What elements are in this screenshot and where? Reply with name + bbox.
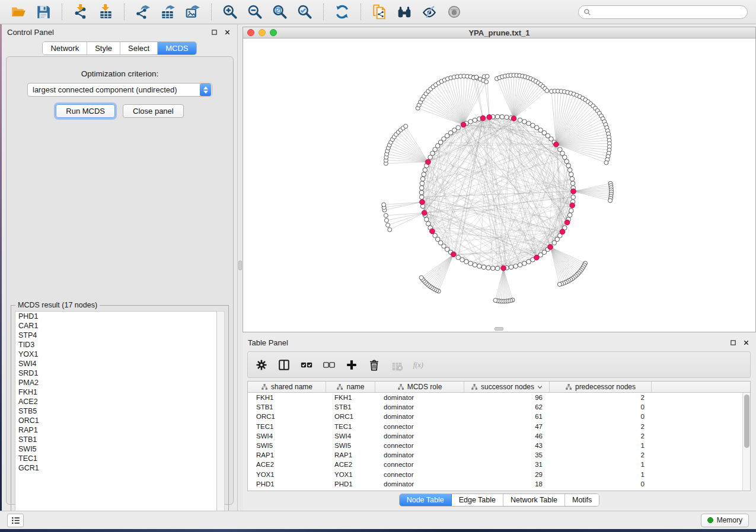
dominator-node[interactable] — [422, 210, 427, 216]
leaf-node[interactable] — [419, 275, 423, 280]
dominator-node[interactable] — [554, 142, 559, 147]
ring-node[interactable] — [481, 265, 486, 270]
ring-node[interactable] — [477, 264, 482, 268]
mcds-result-item[interactable]: STP4 — [15, 331, 216, 340]
close-panel-icon[interactable] — [222, 27, 232, 37]
ring-node[interactable] — [571, 195, 576, 200]
search-input[interactable] — [594, 8, 742, 16]
dominator-node[interactable] — [548, 245, 553, 250]
dominator-node[interactable] — [451, 252, 457, 257]
mcds-result-item[interactable]: ACE2 — [15, 397, 216, 406]
ring-node[interactable] — [527, 121, 531, 126]
leaf-node[interactable] — [604, 161, 608, 165]
ring-node[interactable] — [527, 259, 531, 264]
optimization-criterion-select[interactable]: largest connected component (undirected) — [27, 83, 212, 97]
fit-content-button[interactable] — [271, 3, 289, 21]
tab-network[interactable]: Network — [43, 42, 87, 55]
ring-node[interactable] — [522, 261, 527, 266]
ring-node[interactable] — [518, 262, 522, 267]
tab-select[interactable]: Select — [120, 42, 158, 55]
table-row[interactable]: STB1STB1dominator620 — [248, 402, 750, 412]
ring-node[interactable] — [426, 222, 430, 226]
ring-node[interactable] — [473, 262, 477, 267]
split-panel-button[interactable] — [276, 357, 292, 373]
tab-motifs[interactable]: Motifs — [565, 494, 599, 506]
ring-node[interactable] — [486, 265, 491, 270]
table-row[interactable]: SWI5SWI5connector431 — [248, 441, 750, 450]
import-network-button[interactable] — [72, 3, 90, 21]
mcds-result-item[interactable]: STB1 — [15, 435, 216, 444]
leaf-node[interactable] — [384, 213, 388, 217]
tab-network-table[interactable]: Network Table — [503, 494, 565, 506]
mcds-result-item[interactable]: PMA2 — [15, 378, 216, 387]
vertical-splitter[interactable] — [238, 24, 243, 511]
ring-node[interactable] — [419, 185, 424, 190]
ring-node[interactable] — [456, 126, 461, 130]
save-session-button[interactable] — [34, 3, 52, 21]
ring-node[interactable] — [564, 159, 569, 164]
ring-node[interactable] — [513, 264, 518, 268]
ring-node[interactable] — [468, 261, 473, 266]
ring-node[interactable] — [490, 266, 495, 271]
mcds-result-list[interactable]: PHD1CAR1STP4TID3YOX1SWI4SRD1PMA2FKH1ACE2… — [15, 311, 217, 521]
ring-node[interactable] — [563, 155, 567, 160]
mcds-result-item[interactable]: SRD1 — [15, 368, 216, 378]
mcds-result-item[interactable]: SWI5 — [15, 444, 216, 454]
ring-node[interactable] — [522, 120, 527, 124]
tab-style[interactable]: Style — [87, 42, 120, 55]
dominator-node[interactable] — [564, 220, 570, 225]
toggle-graphics-details-button[interactable] — [445, 3, 463, 21]
dominator-node[interactable] — [480, 116, 486, 121]
mcds-result-item[interactable]: GCR1 — [15, 463, 216, 473]
mcds-result-item[interactable]: ORC1 — [15, 416, 216, 425]
network-window-titlebar[interactable]: YPA_prune.txt_1 — [243, 27, 755, 39]
network-graph[interactable] — [243, 39, 755, 332]
network-canvas[interactable] — [243, 39, 755, 332]
column-header-predecessor-nodes[interactable]: predecessor nodes — [550, 382, 652, 392]
ring-node[interactable] — [567, 168, 572, 172]
task-history-button[interactable] — [7, 514, 24, 527]
leaf-node[interactable] — [608, 198, 613, 203]
table-row[interactable]: FKH1FKH1dominator962 — [248, 393, 750, 402]
vertical-splitter-grip[interactable] — [238, 261, 242, 270]
ring-node[interactable] — [505, 115, 509, 120]
ring-node[interactable] — [419, 190, 424, 195]
dominator-node[interactable] — [571, 189, 576, 194]
column-header-shared-name[interactable]: shared name — [248, 382, 326, 392]
refresh-view-button[interactable] — [333, 3, 351, 21]
dominator-node[interactable] — [560, 229, 565, 235]
export-table-button[interactable] — [159, 3, 177, 21]
mcds-result-scrollbar[interactable] — [217, 311, 225, 521]
mcds-result-item[interactable]: TID3 — [15, 340, 216, 350]
float-panel-icon[interactable] — [209, 27, 219, 37]
add-column-button[interactable] — [344, 357, 359, 373]
dominator-node[interactable] — [426, 159, 431, 165]
column-header-successor-nodes[interactable]: successor nodes — [464, 382, 550, 392]
table-row[interactable]: YOX1YOX1connector291 — [248, 470, 750, 479]
ring-node[interactable] — [495, 114, 500, 119]
column-header-name[interactable]: name — [326, 382, 375, 392]
ring-node[interactable] — [420, 177, 425, 181]
close-panel-button[interactable]: Close panel — [123, 104, 184, 118]
mcds-result-item[interactable]: CAR1 — [15, 321, 216, 331]
ring-node[interactable] — [566, 164, 571, 168]
dominator-node[interactable] — [487, 114, 492, 120]
table-row[interactable]: ACE2ACE2connector311 — [248, 460, 750, 469]
ring-node[interactable] — [433, 233, 438, 238]
mcds-result-item[interactable]: PHD1 — [15, 312, 216, 321]
mcds-result-item[interactable]: TEC1 — [15, 454, 216, 463]
dominator-node[interactable] — [430, 229, 435, 234]
table-row[interactable]: PHD1PHD1dominator180 — [248, 479, 750, 489]
table-row[interactable]: TEC1TEC1connector472 — [248, 422, 750, 431]
zoom-out-button[interactable] — [246, 3, 264, 21]
ring-node[interactable] — [456, 255, 461, 260]
search-window-button[interactable] — [395, 3, 413, 21]
tab-mcds[interactable]: MCDS — [158, 42, 196, 55]
dominator-node[interactable] — [420, 200, 425, 205]
ring-node[interactable] — [509, 265, 513, 270]
ring-node[interactable] — [473, 118, 477, 123]
zoom-in-button[interactable] — [221, 3, 239, 21]
node-table-scrollbar[interactable] — [742, 393, 750, 491]
leaf-node[interactable] — [404, 124, 408, 129]
table-row[interactable]: SWI4SWI4dominator462 — [248, 431, 750, 441]
